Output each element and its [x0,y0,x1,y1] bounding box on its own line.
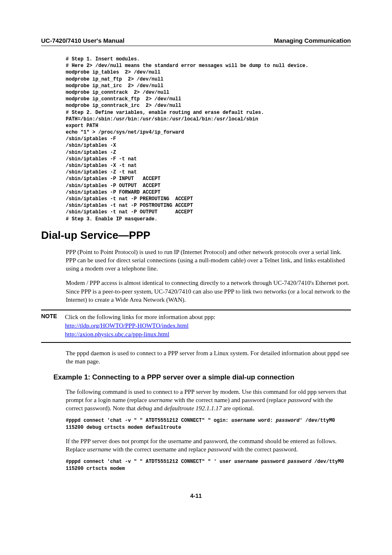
paragraph: PPP (Point to Point Protocol) is used to… [66,248,351,273]
italic-term: username [231,418,255,423]
italic-term: username [87,446,111,453]
note-label: NOTE [41,313,65,339]
iptables-script: # Step 1. Insert modules. # Here 2> /dev… [66,56,363,222]
italic-term: debug [137,405,152,412]
note-link-2[interactable]: http://axion.physics.ubc.ca/ppp-linux.ht… [65,331,169,338]
paragraph: If the PPP server does not prompt for th… [66,437,351,454]
note-intro: Click on the following links for more in… [65,314,215,320]
italic-term: password [208,446,231,453]
italic-term: password [276,418,300,423]
command-example-2: #pppd connect 'chat -v " " ATDT5551212 C… [66,458,351,472]
italic-term: username [234,459,258,465]
italic-term: password [288,397,311,403]
example-heading: Example 1: Connecting to a PPP server ov… [53,373,351,382]
paragraph: The following command is used to connect… [66,388,351,413]
note-body: Click on the following links for more in… [65,313,351,339]
italic-term: defaultroute 192.1.1.17 [164,405,222,412]
page-number: 4-11 [29,493,363,499]
note-box: NOTE Click on the following links for mo… [41,310,351,343]
page-header: UC-7420/7410 User's Manual Managing Comm… [41,37,351,46]
italic-term: username [149,397,173,403]
note-link-1[interactable]: http://tldp.org/HOWTO/PPP-HOWTO/index.ht… [65,322,189,329]
section-heading-ppp: Dial-up Service—PPP [41,229,363,242]
paragraph: Modem / PPP access is almost identical t… [66,279,351,304]
header-right: Managing Communication [274,37,351,44]
header-left: UC-7420/7410 User's Manual [41,37,125,44]
italic-term: password [288,459,311,465]
paragraph: The pppd daemon is used to connect to a … [66,349,351,366]
command-example-1: #pppd connect 'chat -v " " ATDT5551212 C… [66,417,351,430]
